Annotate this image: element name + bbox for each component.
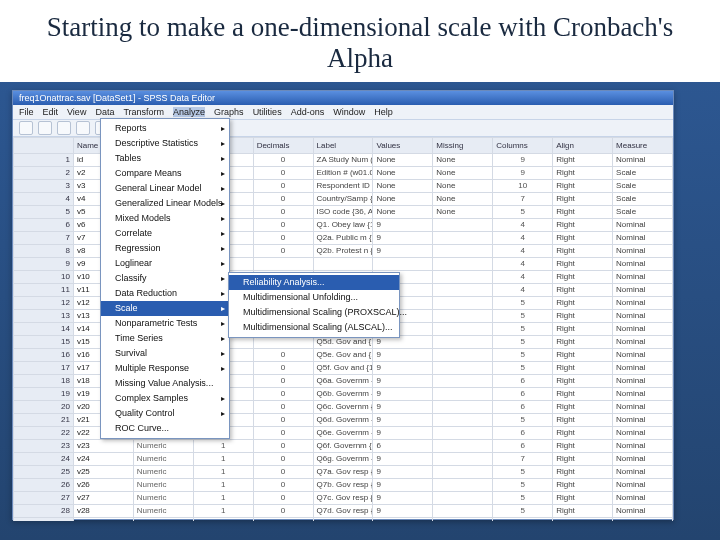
cell[interactable]: Right <box>553 206 613 219</box>
analyze-item-compare-means[interactable]: Compare Means▸ <box>101 166 229 181</box>
cell[interactable] <box>433 375 493 388</box>
cell[interactable]: 0 <box>253 505 313 518</box>
col-header[interactable]: Values <box>373 138 433 154</box>
cell[interactable]: 5 <box>493 492 553 505</box>
cell[interactable]: Numeric <box>133 505 193 518</box>
cell[interactable]: 2 <box>14 167 74 180</box>
cell[interactable]: 4 <box>493 245 553 258</box>
analyze-item-classify[interactable]: Classify▸ <box>101 271 229 286</box>
cell[interactable]: Nominal <box>613 518 673 522</box>
cell[interactable]: Nominal <box>613 154 673 167</box>
cell[interactable]: 4 <box>493 284 553 297</box>
cell[interactable]: 1 <box>14 154 74 167</box>
cell[interactable]: Right <box>553 440 613 453</box>
cell[interactable]: 9 <box>373 518 433 522</box>
cell[interactable]: Q1. Obey law {1. Obey lw a:8. <box>313 219 373 232</box>
cell[interactable]: Nominal <box>613 414 673 427</box>
cell[interactable]: 5 <box>493 206 553 219</box>
analyze-item-descriptive-statistics[interactable]: Descriptive Statistics▸ <box>101 136 229 151</box>
analyze-item-roc-curve-[interactable]: ROC Curve... <box>101 421 229 436</box>
cell[interactable]: None <box>373 167 433 180</box>
cell[interactable] <box>433 466 493 479</box>
variable-row[interactable]: 28v28Numeric10Q7d. Gov resp {1. Definite… <box>14 505 673 518</box>
analyze-item-loglinear[interactable]: Loglinear▸ <box>101 256 229 271</box>
cell[interactable]: Right <box>553 271 613 284</box>
analyze-item-quality-control[interactable]: Quality Control▸ <box>101 406 229 421</box>
cell[interactable]: Q7c. Gov resp {1. Definitely s 8. <box>313 492 373 505</box>
cell[interactable]: 0 <box>253 401 313 414</box>
tool-open-icon[interactable] <box>19 121 33 135</box>
cell[interactable]: 17 <box>14 362 74 375</box>
cell[interactable] <box>433 427 493 440</box>
cell[interactable]: 11 <box>14 284 74 297</box>
col-header[interactable]: Columns <box>493 138 553 154</box>
cell[interactable]: Nominal <box>613 440 673 453</box>
cell[interactable]: Nominal <box>613 427 673 440</box>
cell[interactable]: 0 <box>253 180 313 193</box>
menu-utilities[interactable]: Utilities <box>253 107 282 117</box>
cell[interactable]: Right <box>553 427 613 440</box>
menu-edit[interactable]: Edit <box>43 107 59 117</box>
cell[interactable]: 9 <box>373 466 433 479</box>
cell[interactable]: 0 <box>253 219 313 232</box>
cell[interactable]: Q7b. Gov resp {1. Definitely s 8. <box>313 479 373 492</box>
cell[interactable]: Right <box>553 154 613 167</box>
cell[interactable]: Right <box>553 232 613 245</box>
cell[interactable]: Q5e. Gov and {1. Strongly in 8. <box>313 349 373 362</box>
menu-data[interactable]: Data <box>95 107 114 117</box>
cell[interactable]: None <box>373 180 433 193</box>
cell[interactable] <box>433 349 493 362</box>
cell[interactable]: Q6b. Governm {1. Spend muc 8. <box>313 388 373 401</box>
cell[interactable]: 7 <box>493 193 553 206</box>
cell[interactable] <box>433 219 493 232</box>
variable-row[interactable]: 27v27Numeric10Q7c. Gov resp {1. Definite… <box>14 492 673 505</box>
cell[interactable]: Right <box>553 180 613 193</box>
cell[interactable]: 4 <box>493 219 553 232</box>
cell[interactable]: Q2a. Public m {1. Definitely a:8. <box>313 232 373 245</box>
cell[interactable]: 0 <box>253 453 313 466</box>
cell[interactable]: Nominal <box>613 297 673 310</box>
analyze-item-scale[interactable]: Scale▸ <box>101 301 229 316</box>
cell[interactable] <box>433 258 493 271</box>
cell[interactable]: None <box>373 206 433 219</box>
cell[interactable]: Q6d. Governm {1. Spend muc 0. <box>313 414 373 427</box>
cell[interactable]: 3 <box>14 180 74 193</box>
analyze-item-multiple-response[interactable]: Multiple Response▸ <box>101 361 229 376</box>
cell[interactable]: Right <box>553 219 613 232</box>
cell[interactable]: 9 <box>14 258 74 271</box>
cell[interactable]: Scale <box>613 167 673 180</box>
menu-analyze[interactable]: Analyze <box>173 107 205 117</box>
analyze-item-correlate[interactable]: Correlate▸ <box>101 226 229 241</box>
cell[interactable]: 4 <box>493 232 553 245</box>
cell[interactable] <box>433 401 493 414</box>
menu-graphs[interactable]: Graphs <box>214 107 244 117</box>
cell[interactable]: 0 <box>253 362 313 375</box>
scale-item-reliability-analysis-[interactable]: Reliability Analysis... <box>229 275 399 290</box>
cell[interactable]: 13 <box>14 310 74 323</box>
tool-save-icon[interactable] <box>38 121 52 135</box>
cell[interactable]: 1 <box>193 453 253 466</box>
cell[interactable]: 24 <box>14 453 74 466</box>
cell[interactable]: Nominal <box>613 336 673 349</box>
cell[interactable]: 6 <box>493 375 553 388</box>
col-header[interactable] <box>14 138 74 154</box>
cell[interactable]: 0 <box>253 349 313 362</box>
cell[interactable]: 9 <box>373 427 433 440</box>
cell[interactable]: Country/Samp {36.0: AU-Aus <box>313 193 373 206</box>
cell[interactable]: 9 <box>373 375 433 388</box>
cell[interactable]: 9 <box>373 505 433 518</box>
cell[interactable]: 1 <box>193 505 253 518</box>
cell[interactable]: Q6g. Governm {1. Spend muc 8. <box>313 453 373 466</box>
analyze-item-tables[interactable]: Tables▸ <box>101 151 229 166</box>
cell[interactable]: Nominal <box>613 466 673 479</box>
cell[interactable]: Numeric <box>133 440 193 453</box>
analyze-menu[interactable]: Reports▸Descriptive Statistics▸Tables▸Co… <box>100 118 230 439</box>
cell[interactable]: 6 <box>493 388 553 401</box>
cell[interactable]: 4 <box>493 271 553 284</box>
cell[interactable]: v25 <box>73 466 133 479</box>
cell[interactable] <box>433 518 493 522</box>
cell[interactable]: Nominal <box>613 258 673 271</box>
cell[interactable]: 0 <box>253 388 313 401</box>
cell[interactable] <box>433 453 493 466</box>
cell[interactable]: Right <box>553 388 613 401</box>
